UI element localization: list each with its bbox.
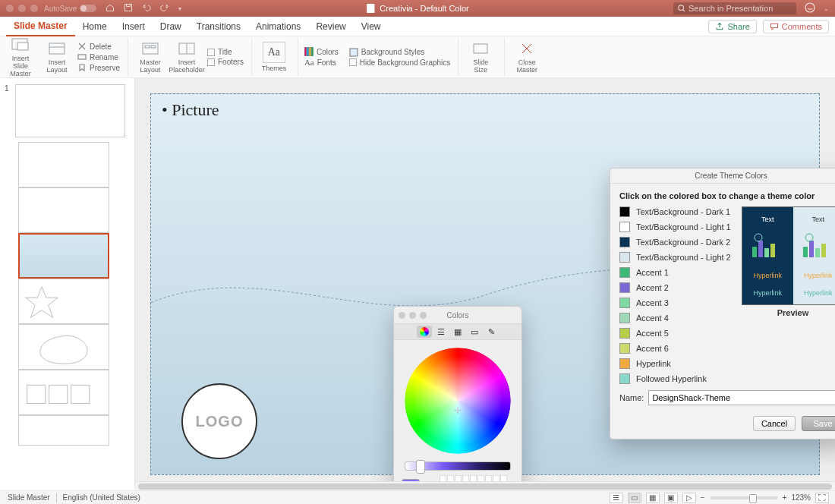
layout-thumb-7[interactable] bbox=[18, 415, 109, 446]
theme-color-row-11[interactable]: Followed Hyperlink bbox=[619, 373, 835, 384]
colors-window[interactable]: Colors ☰ ▦ ▭ ✎ ✛ bbox=[393, 306, 522, 490]
zoom-slider[interactable] bbox=[710, 496, 778, 499]
slideshow-icon[interactable]: ▷ bbox=[682, 493, 696, 503]
color-swatch[interactable] bbox=[619, 358, 630, 369]
notes-view-icon[interactable]: ☰ bbox=[610, 493, 623, 503]
color-wheel[interactable]: ✛ bbox=[405, 348, 511, 454]
insert-slide-master-button[interactable]: Insert Slide Master bbox=[5, 35, 36, 79]
slide-size-button[interactable]: Slide Size bbox=[465, 39, 496, 75]
color-swatch[interactable] bbox=[619, 206, 630, 217]
save-icon[interactable] bbox=[124, 3, 133, 14]
palette-tab-icon[interactable]: ▦ bbox=[450, 326, 465, 338]
color-label: Text/Background - Dark 2 bbox=[636, 238, 730, 247]
fit-icon[interactable]: ⛶ bbox=[815, 493, 829, 503]
dialog-title[interactable]: Create Theme Colors bbox=[610, 169, 835, 184]
brightness-slider[interactable] bbox=[405, 461, 511, 471]
undo-icon[interactable] bbox=[142, 3, 151, 14]
search-placeholder: Search in Presentation bbox=[688, 4, 773, 13]
expand-icon[interactable]: ⌄ bbox=[824, 5, 829, 12]
slide-panel[interactable]: 1 bbox=[0, 78, 135, 490]
feedback-icon[interactable] bbox=[804, 2, 816, 15]
colors-window-titlebar[interactable]: Colors bbox=[394, 307, 521, 323]
wheel-tab-icon[interactable] bbox=[417, 326, 432, 338]
color-swatch[interactable] bbox=[619, 298, 630, 308]
layout-thumb-5[interactable] bbox=[18, 324, 109, 370]
colors-menu[interactable]: Colors▾ bbox=[304, 47, 345, 56]
qat-more-icon[interactable]: ▾ bbox=[178, 5, 181, 12]
zoom-out-icon[interactable]: − bbox=[701, 493, 705, 502]
footers-checkbox[interactable]: Footers bbox=[207, 58, 244, 66]
zoom-in-icon[interactable]: + bbox=[783, 493, 787, 502]
preview-caption: Preview bbox=[777, 308, 809, 317]
insert-layout-button[interactable]: Insert Layout bbox=[41, 39, 73, 75]
color-swatch[interactable] bbox=[619, 282, 630, 293]
preview-swatch: Text Hyperlink Hyperlink Text Hyperlink … bbox=[742, 206, 835, 305]
preserve-button[interactable]: Preserve bbox=[77, 63, 120, 72]
delete-button[interactable]: Delete bbox=[77, 42, 120, 51]
comments-button[interactable]: Comments bbox=[763, 20, 829, 33]
title-checkbox[interactable]: Title bbox=[207, 48, 244, 56]
horizontal-scrollbar[interactable] bbox=[135, 481, 835, 490]
save-button[interactable]: Save bbox=[802, 416, 835, 431]
svg-rect-30 bbox=[803, 247, 808, 257]
layout-thumb-3[interactable] bbox=[18, 233, 109, 279]
layout-thumb-6[interactable] bbox=[18, 370, 109, 415]
color-swatch[interactable] bbox=[619, 252, 630, 263]
spectrum-tab-icon[interactable]: ▭ bbox=[467, 326, 482, 338]
home-icon[interactable] bbox=[106, 3, 115, 14]
theme-name-input[interactable] bbox=[648, 390, 835, 405]
color-swatch[interactable] bbox=[619, 267, 630, 278]
tab-view[interactable]: View bbox=[354, 17, 389, 36]
layout-thumb-2[interactable] bbox=[18, 187, 109, 233]
color-swatch[interactable] bbox=[619, 313, 630, 323]
search-input[interactable]: Search in Presentation bbox=[673, 2, 796, 14]
background-styles-menu[interactable]: Background Styles▾ bbox=[349, 48, 451, 57]
layout-thumb-4[interactable] bbox=[18, 279, 109, 324]
autosave-toggle[interactable]: AutoSave bbox=[44, 5, 96, 13]
tab-animations[interactable]: Animations bbox=[248, 17, 308, 36]
master-thumb[interactable] bbox=[15, 84, 125, 137]
color-swatch[interactable] bbox=[619, 222, 630, 232]
close-master-button[interactable]: Close Master bbox=[511, 39, 543, 75]
color-swatch[interactable] bbox=[619, 328, 630, 339]
tab-transitions[interactable]: Transitions bbox=[189, 17, 248, 36]
tab-slide-master[interactable]: Slide Master bbox=[6, 17, 75, 36]
master-layout-button[interactable]: Master Layout bbox=[134, 39, 166, 75]
insert-placeholder-button[interactable]: Insert Placeholder bbox=[171, 39, 203, 75]
normal-view-icon[interactable]: ▭ bbox=[628, 493, 641, 503]
zoom-value[interactable]: 123% bbox=[791, 493, 811, 502]
theme-color-row-10[interactable]: Hyperlink bbox=[619, 358, 835, 369]
svg-rect-23 bbox=[49, 385, 68, 403]
title-placeholder[interactable]: Picture bbox=[162, 100, 219, 120]
redo-icon[interactable] bbox=[160, 3, 169, 14]
share-button[interactable]: Share bbox=[708, 20, 756, 33]
cancel-button[interactable]: Cancel bbox=[753, 416, 796, 431]
wheel-cursor-icon[interactable]: ✛ bbox=[454, 405, 462, 413]
sorter-view-icon[interactable]: ▦ bbox=[646, 493, 660, 503]
reading-view-icon[interactable]: ▣ bbox=[664, 493, 678, 503]
pencils-tab-icon[interactable]: ✎ bbox=[484, 326, 499, 338]
logo-placeholder[interactable]: LOGO bbox=[181, 383, 257, 459]
tab-insert[interactable]: Insert bbox=[115, 17, 153, 36]
color-swatch[interactable] bbox=[619, 237, 630, 247]
switch-icon[interactable] bbox=[80, 5, 96, 12]
tab-review[interactable]: Review bbox=[308, 17, 353, 36]
rename-button[interactable]: Rename bbox=[77, 52, 120, 61]
tab-home[interactable]: Home bbox=[75, 17, 115, 36]
theme-color-row-8[interactable]: Accent 5 bbox=[619, 328, 835, 339]
doc-title-text: Creativia - Default Color bbox=[380, 4, 468, 13]
canvas[interactable]: Picture LOGO Colors ☰ ▦ ▭ ✎ ✛ bbox=[135, 78, 835, 490]
layout-thumb-1[interactable] bbox=[18, 142, 109, 187]
sliders-tab-icon[interactable]: ☰ bbox=[433, 326, 449, 338]
hide-bg-checkbox[interactable]: Hide Background Graphics bbox=[349, 58, 451, 67]
fonts-menu[interactable]: Aa Fonts▾ bbox=[304, 58, 345, 67]
status-language[interactable]: English (United States) bbox=[63, 493, 140, 502]
tab-draw[interactable]: Draw bbox=[153, 17, 189, 36]
autosave-label: AutoSave bbox=[44, 5, 77, 13]
color-swatch[interactable] bbox=[619, 373, 630, 384]
theme-color-row-9[interactable]: Accent 6 bbox=[619, 343, 835, 354]
window-controls[interactable] bbox=[0, 5, 44, 12]
themes-button[interactable]: Aa Themes bbox=[258, 40, 290, 74]
colors-traffic-icons[interactable] bbox=[399, 312, 427, 319]
color-swatch[interactable] bbox=[619, 343, 630, 354]
